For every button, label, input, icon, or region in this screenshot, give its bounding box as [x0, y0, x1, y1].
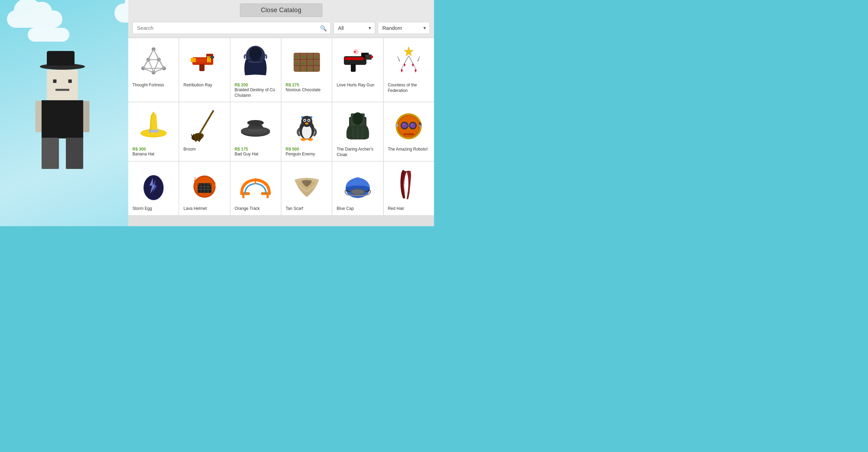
catalog-item-braided-destiny[interactable]: R$ 200 Braided Destiny of Cú Chulainn	[231, 38, 281, 102]
svg-rect-24	[199, 64, 205, 71]
category-dropdown-arrow: ▼	[368, 26, 372, 31]
catalog-panel: Close Catalog 🔍 All ▼ Random ▼	[128, 0, 434, 226]
svg-line-12	[143, 60, 148, 68]
item-image-amazing-roboto	[390, 106, 428, 145]
category-dropdown[interactable]: All ▼	[333, 22, 375, 34]
svg-marker-62	[415, 68, 417, 73]
item-name-bad-guy-hat: Bad Guy Hat	[235, 152, 259, 157]
item-price-braided-destiny: R$ 200	[235, 83, 248, 87]
item-image-countess	[390, 42, 428, 80]
item-image-braided-destiny	[236, 42, 275, 80]
svg-point-70	[247, 120, 264, 126]
storm-egg-icon	[136, 168, 171, 202]
svg-point-99	[402, 123, 405, 126]
catalog-item-retribution-ray[interactable]: Retribution Ray	[179, 38, 229, 102]
item-image-tan-scarf	[288, 166, 326, 204]
svg-point-81	[304, 120, 305, 121]
grid-row-1: Thought Fortress	[128, 38, 434, 102]
item-name-thought-fortress: Thought Fortress	[132, 83, 164, 88]
banana-hat-icon	[136, 108, 171, 143]
lava-helmet-icon	[187, 168, 222, 202]
close-catalog-button[interactable]: Close Catalog	[240, 3, 323, 17]
svg-marker-54	[404, 47, 413, 56]
thought-fortress-icon	[136, 44, 171, 79]
svg-text:☠: ☠	[295, 61, 298, 66]
catalog-item-broom[interactable]: Broom	[179, 102, 229, 161]
svg-marker-60	[412, 63, 414, 67]
catalog-item-lava-helmet[interactable]: Lava Helmet	[179, 162, 229, 215]
svg-line-66	[199, 111, 213, 134]
catalog-item-thought-fortress[interactable]: Thought Fortress	[128, 38, 179, 102]
item-name-archer-cloak: The Daring Archer's Cloak	[337, 147, 380, 157]
svg-line-13	[159, 60, 164, 68]
svg-point-88	[353, 112, 363, 125]
item-name-braided-destiny: Braided Destiny of Cú Chulainn	[235, 87, 278, 98]
item-name-retribution-ray: Retribution Ray	[183, 83, 212, 88]
catalog-item-storm-egg[interactable]: Storm Egg	[128, 162, 179, 215]
item-name-amazing-roboto: The Amazing Roboto!	[388, 147, 428, 152]
close-button-row: Close Catalog	[128, 0, 434, 20]
love-hurts-icon: ♥	[340, 44, 375, 79]
catalog-grid: Thought Fortress	[128, 37, 434, 226]
catalog-item-tan-scarf[interactable]: Tan Scarf	[281, 162, 332, 215]
svg-text:☠: ☠	[308, 61, 312, 66]
catalog-item-noxious-chocolate[interactable]: ☠ ☠ ☠ ☠ ☠ ☠ ☠ ☠ ☠ ☠ ☠ R$ 275 Noxious Cho…	[281, 38, 332, 102]
catalog-item-countess[interactable]: Countess of the Federation	[384, 38, 434, 102]
catalog-item-banana-hat[interactable]: R$ 300 Banana Hat	[128, 102, 179, 161]
item-image-blue-cap	[339, 166, 377, 204]
archer-cloak-icon	[340, 108, 375, 143]
sort-dropdown-arrow: ▼	[423, 26, 427, 31]
svg-point-100	[411, 123, 413, 126]
character-body	[42, 100, 83, 138]
sort-dropdown[interactable]: Random ▼	[378, 22, 430, 34]
catalog-item-love-hurts[interactable]: ♥ Love Hurts Ray Gun	[332, 38, 383, 102]
svg-text:☠: ☠	[301, 61, 305, 66]
item-image-retribution-ray	[185, 42, 224, 80]
item-image-penguin-enemy	[288, 106, 326, 145]
svg-point-129	[351, 189, 364, 194]
item-image-bad-guy-hat	[236, 106, 275, 145]
bad-guy-hat-icon	[238, 108, 273, 143]
svg-marker-59	[403, 63, 406, 67]
grid-row-3: Storm Egg	[128, 162, 434, 215]
catalog-item-orange-track[interactable]: Orange Track	[231, 162, 281, 215]
svg-point-26	[211, 57, 213, 58]
svg-point-78	[301, 116, 312, 127]
svg-point-50	[370, 56, 373, 58]
item-name-tan-scarf: Tan Scarf	[286, 206, 303, 212]
character-head	[47, 70, 78, 101]
blue-cap-icon	[340, 168, 375, 202]
character-leg-right	[66, 138, 83, 169]
svg-point-97	[402, 123, 407, 128]
svg-text:☠: ☠	[301, 54, 305, 59]
svg-rect-22	[207, 56, 209, 62]
catalog-item-amazing-roboto[interactable]: The Amazing Roboto!	[384, 102, 434, 161]
amazing-roboto-icon	[391, 108, 426, 143]
svg-text:☠: ☠	[312, 67, 315, 72]
item-name-love-hurts: Love Hurts Ray Gun	[337, 83, 374, 88]
roblox-character	[35, 59, 97, 177]
search-input-wrapper: 🔍	[132, 22, 331, 34]
item-image-love-hurts: ♥	[339, 42, 377, 80]
item-name-red-hair: Red Hair	[388, 206, 404, 212]
svg-text:☠: ☠	[305, 67, 309, 72]
penguin-enemy-icon	[289, 108, 324, 143]
svg-point-121	[197, 183, 199, 185]
catalog-item-archer-cloak[interactable]: The Daring Archer's Cloak	[332, 102, 383, 161]
catalog-item-red-hair[interactable]: Red Hair	[384, 162, 434, 215]
catalog-item-blue-cap[interactable]: Blue Cap	[332, 162, 383, 215]
item-name-storm-egg: Storm Egg	[132, 206, 152, 212]
item-name-broom: Broom	[183, 147, 196, 152]
character-container	[0, 0, 132, 226]
catalog-item-bad-guy-hat[interactable]: R$ 175 Bad Guy Hat	[231, 102, 281, 161]
search-row: 🔍 All ▼ Random ▼	[128, 20, 434, 37]
retribution-ray-icon	[187, 44, 222, 79]
catalog-item-penguin-enemy[interactable]: R$ 500 Penguin Enemy	[281, 102, 332, 161]
svg-line-58	[409, 56, 416, 68]
svg-rect-48	[345, 57, 364, 60]
item-image-broom	[185, 106, 224, 145]
search-input[interactable]	[133, 22, 330, 34]
svg-text:☠: ☠	[308, 54, 312, 59]
item-image-noxious-chocolate: ☠ ☠ ☠ ☠ ☠ ☠ ☠ ☠ ☠ ☠ ☠	[288, 42, 326, 80]
svg-point-71	[242, 128, 269, 133]
